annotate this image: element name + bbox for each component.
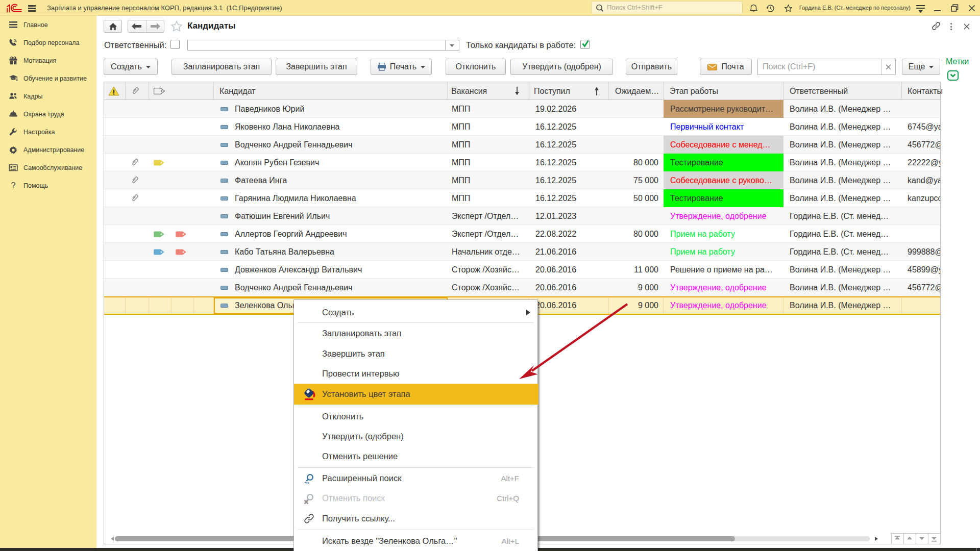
svg-text:?: ? xyxy=(11,181,16,190)
